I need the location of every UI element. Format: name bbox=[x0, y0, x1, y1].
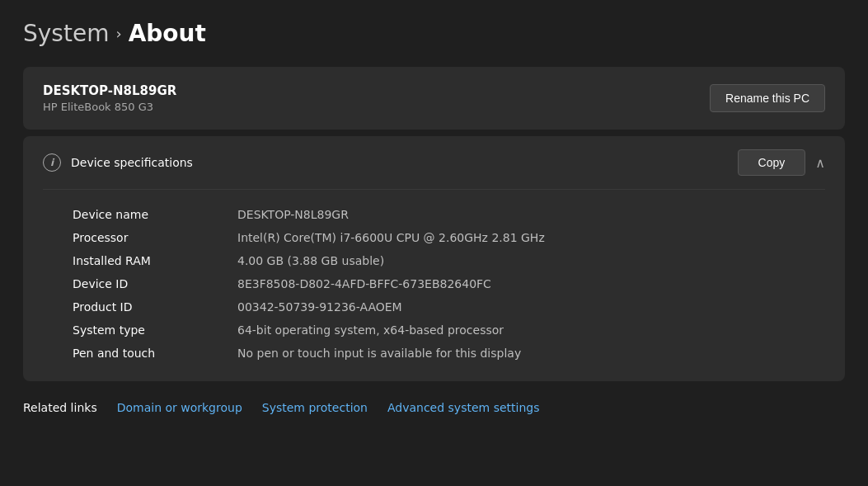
links-container: Domain or workgroupSystem protectionAdva… bbox=[117, 401, 540, 414]
info-icon: i bbox=[43, 153, 61, 172]
related-links: Related links Domain or workgroupSystem … bbox=[23, 388, 845, 414]
copy-button[interactable]: Copy bbox=[738, 149, 806, 176]
spec-value: DESKTOP-N8L89GR bbox=[237, 208, 349, 221]
table-row: Device nameDESKTOP-N8L89GR bbox=[73, 203, 825, 226]
spec-value: No pen or touch input is available for t… bbox=[237, 347, 521, 360]
spec-value: 64-bit operating system, x64-based proce… bbox=[237, 323, 504, 337]
spec-label: Product ID bbox=[73, 300, 204, 314]
pc-model: HP EliteBook 850 G3 bbox=[43, 101, 176, 113]
breadcrumb: System › About bbox=[23, 20, 845, 47]
breadcrumb-system: System bbox=[23, 20, 109, 47]
rename-pc-button[interactable]: Rename this PC bbox=[710, 84, 825, 112]
spec-label: Installed RAM bbox=[73, 254, 204, 267]
spec-label: Device name bbox=[73, 208, 204, 221]
device-specs-header[interactable]: i Device specifications Copy ∧ bbox=[23, 136, 845, 189]
pc-name: DESKTOP-N8L89GR bbox=[43, 83, 176, 98]
pc-header-card: DESKTOP-N8L89GR HP EliteBook 850 G3 Rena… bbox=[23, 67, 845, 130]
spec-value: Intel(R) Core(TM) i7-6600U CPU @ 2.60GHz… bbox=[237, 231, 545, 244]
device-specs-right: Copy ∧ bbox=[738, 149, 825, 176]
specs-table: Device nameDESKTOP-N8L89GRProcessorIntel… bbox=[23, 190, 845, 381]
table-row: Pen and touchNo pen or touch input is av… bbox=[73, 342, 825, 365]
chevron-up-icon: ∧ bbox=[815, 155, 825, 171]
related-link-item[interactable]: System protection bbox=[262, 401, 368, 414]
spec-value: 00342-50739-91236-AAOEM bbox=[237, 300, 402, 314]
table-row: Product ID00342-50739-91236-AAOEM bbox=[73, 295, 825, 318]
spec-label: Processor bbox=[73, 231, 204, 244]
related-link-item[interactable]: Domain or workgroup bbox=[117, 401, 242, 414]
table-row: ProcessorIntel(R) Core(TM) i7-6600U CPU … bbox=[73, 226, 825, 249]
table-row: Device ID8E3F8508-D802-4AFD-BFFC-673EB82… bbox=[73, 272, 825, 295]
spec-value: 8E3F8508-D802-4AFD-BFFC-673EB82640FC bbox=[237, 277, 491, 290]
spec-value: 4.00 GB (3.88 GB usable) bbox=[237, 254, 384, 267]
spec-label: Device ID bbox=[73, 277, 204, 290]
device-specs-left: i Device specifications bbox=[43, 153, 193, 172]
spec-label: Pen and touch bbox=[73, 347, 204, 360]
device-specs-card: i Device specifications Copy ∧ Device na… bbox=[23, 136, 845, 381]
page-container: System › About DESKTOP-N8L89GR HP EliteB… bbox=[0, 0, 868, 434]
breadcrumb-about: About bbox=[129, 20, 206, 47]
related-link-item[interactable]: Advanced system settings bbox=[387, 401, 540, 414]
device-specs-title: Device specifications bbox=[71, 156, 193, 169]
table-row: System type64-bit operating system, x64-… bbox=[73, 318, 825, 342]
spec-label: System type bbox=[73, 323, 204, 337]
related-links-label: Related links bbox=[23, 401, 97, 414]
table-row: Installed RAM4.00 GB (3.88 GB usable) bbox=[73, 249, 825, 272]
breadcrumb-chevron-icon: › bbox=[115, 25, 121, 42]
pc-info: DESKTOP-N8L89GR HP EliteBook 850 G3 bbox=[43, 83, 176, 113]
